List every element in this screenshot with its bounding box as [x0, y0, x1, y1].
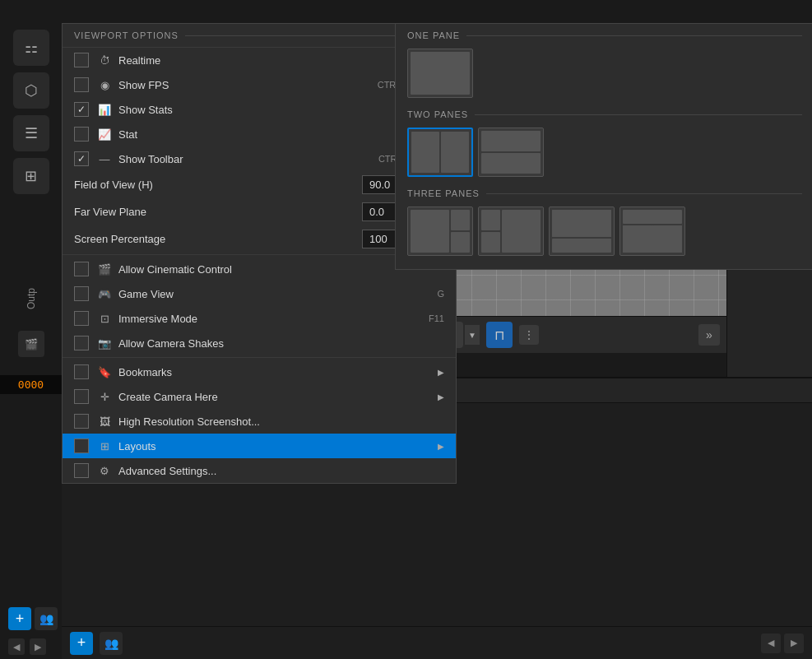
create-camera-label: Create Camera Here [118, 391, 444, 403]
layout-three-pane-2[interactable] [478, 207, 544, 256]
layouts-menu-item[interactable]: ⊞ Layouts [63, 434, 456, 458]
layout-three-pane-4[interactable] [619, 207, 685, 256]
group-actors-button[interactable]: 👥 [100, 632, 123, 655]
show-toolbar-checkbox[interactable] [74, 151, 89, 166]
more-options-button[interactable]: ⋮ [519, 325, 539, 345]
bookmarks-menu-item[interactable]: 🔖 Bookmarks [63, 360, 456, 384]
far-view-label: Far View Plane [74, 206, 362, 218]
num-display: 0000 [0, 375, 62, 394]
left-side-panel: ⚏ ⬡ ☰ ⊞ [0, 23, 62, 201]
viewport-options-title: Viewport Options [74, 30, 179, 40]
layout-two-pane-stacked[interactable] [478, 128, 544, 177]
three-pane-4-bot-left [623, 225, 652, 253]
immersive-menu-item[interactable]: ⊡ Immersive Mode F11 [63, 306, 456, 331]
three-panes-divider [486, 193, 802, 194]
camera-shakes-label: Allow Camera Shakes [118, 337, 444, 350]
add-button[interactable]: + [70, 632, 93, 655]
stat-checkbox[interactable] [74, 127, 89, 142]
one-pane-grid [396, 44, 812, 103]
expand-right-button[interactable]: » [698, 324, 720, 346]
two-panes-label: TWO PANES [407, 109, 468, 119]
hires-screenshot-menu-item[interactable]: 🖼 High Resolution Screenshot... [63, 409, 456, 434]
nav-back-button[interactable]: ◀ [761, 633, 781, 653]
two-pane-bottom [481, 153, 541, 174]
fps-icon: ◉ [97, 77, 112, 92]
game-view-shortcut: G [437, 289, 444, 299]
bookmarks-icon: 🔖 [97, 364, 112, 379]
advanced-settings-menu-item[interactable]: ⚙ Advanced Settings... [63, 458, 456, 483]
bookmarks-checkbox[interactable] [74, 364, 89, 379]
layouts-checkbox[interactable] [74, 439, 89, 453]
show-stats-checkbox[interactable] [74, 102, 89, 117]
bottom-nav: ◀ ▶ [8, 638, 46, 655]
layout-three-pane-3[interactable] [549, 207, 615, 256]
nav-left-icon[interactable]: ◀ [8, 638, 25, 655]
three-pane-2-main [502, 210, 541, 253]
place-actors-icon[interactable]: ⬡ [13, 72, 49, 109]
immersive-shortcut: F11 [429, 313, 444, 323]
create-camera-checkbox[interactable] [74, 389, 89, 404]
cinematic-checkbox[interactable] [74, 262, 89, 276]
three-pane-2-thumb [479, 207, 543, 255]
fov-label: Field of View (H) [74, 179, 362, 191]
output-label: Outp [26, 288, 37, 309]
immersive-label: Immersive Mode [118, 313, 412, 325]
immersive-checkbox[interactable] [74, 311, 89, 326]
layouts-icon: ⊞ [97, 439, 112, 453]
realtime-icon: ⏱ [97, 53, 112, 67]
nav-right-icon[interactable]: ▶ [30, 638, 46, 655]
nav-controls: ◀ ▶ [761, 633, 804, 653]
game-view-checkbox[interactable] [74, 286, 89, 301]
toolbar-icon: — [97, 151, 112, 166]
game-view-menu-item[interactable]: 🎮 Game View G [63, 281, 456, 306]
show-fps-checkbox[interactable] [74, 77, 89, 92]
three-pane-3-top [552, 210, 611, 237]
two-pane-stacked-thumb [479, 128, 543, 176]
create-camera-menu-item[interactable]: ✛ Create Camera Here [63, 384, 456, 409]
game-view-icon: 🎮 [97, 286, 112, 301]
hires-icon: 🖼 [97, 414, 112, 429]
scene-outliner-icon[interactable]: ☰ [13, 115, 49, 151]
show-stats-label: Show Stats [118, 104, 392, 116]
two-panes-section-header: TWO PANES [396, 103, 812, 123]
magnet-snap-button[interactable]: ⊓ [486, 322, 513, 348]
nav-forward-button[interactable]: ▶ [784, 633, 804, 653]
layout-three-pane-1[interactable] [407, 207, 473, 256]
output-area: Outp 🎬 [0, 288, 62, 357]
camera-shakes-checkbox[interactable] [74, 336, 89, 350]
one-pane-label: ONE PANE [407, 30, 460, 40]
three-panes-section-header: THREE PANES [396, 182, 812, 202]
layouts-submenu-panel: ONE PANE TWO PANES [395, 23, 812, 270]
three-pane-3-thumb [550, 207, 614, 255]
three-pane-4-bot-right [653, 225, 682, 253]
three-panes-label: THREE PANES [407, 188, 480, 198]
snap-dropdown-button[interactable]: ▼ [465, 325, 480, 345]
details-icon[interactable]: ⊞ [13, 158, 49, 194]
three-pane-3-bottom [552, 239, 611, 253]
realtime-checkbox[interactable] [74, 53, 89, 67]
hires-checkbox[interactable] [74, 414, 89, 429]
layout-single-pane[interactable] [407, 49, 473, 98]
clapper-icon[interactable]: 🎬 [18, 331, 44, 357]
layout-two-pane-side[interactable] [407, 128, 473, 177]
two-pane-right [441, 132, 469, 173]
show-fps-label: Show FPS [118, 79, 361, 91]
three-pane-main [411, 210, 449, 253]
realtime-label: Realtime [118, 54, 392, 67]
camera-shakes-icon: 📷 [97, 336, 112, 350]
two-panes-grid [396, 123, 812, 182]
group-icon[interactable]: 👥 [35, 607, 58, 630]
three-pane-2-top-left [481, 210, 500, 230]
camera-shakes-menu-item[interactable]: 📷 Allow Camera Shakes [63, 331, 456, 355]
three-pane-1-thumb [408, 207, 472, 255]
immersive-icon: ⊡ [97, 311, 112, 326]
three-pane-4-top [623, 210, 682, 224]
add-actor-button[interactable]: + [8, 607, 31, 630]
three-pane-4-bottom [623, 225, 682, 253]
advanced-checkbox[interactable] [74, 463, 89, 478]
hires-label: High Resolution Screenshot... [118, 415, 444, 428]
content-browser-icon[interactable]: ⚏ [13, 30, 49, 66]
one-pane-section-header: ONE PANE [396, 24, 812, 44]
two-pane-top [481, 131, 541, 151]
cinematic-icon: 🎬 [97, 262, 112, 276]
